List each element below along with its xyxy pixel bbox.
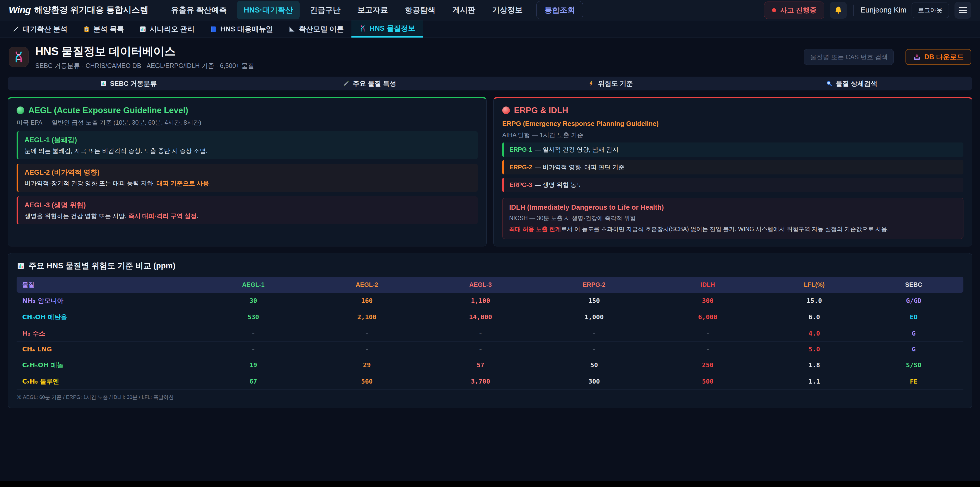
bell-icon — [834, 6, 843, 14]
tab-air-diffusion-analysis[interactable]: 대기확산 분석 — [5, 21, 75, 38]
cell-aegl2: - — [310, 325, 424, 342]
col-header-sebc: SEBC — [864, 277, 963, 293]
cell-sebc: ED — [864, 309, 963, 325]
table-title: 주요 HNS 물질별 위험도 기준 비교 (ppm) — [29, 260, 175, 271]
book-icon — [210, 26, 217, 33]
tab-hns-manual[interactable]: HNS 대응매뉴얼 — [202, 21, 281, 38]
hns-comparison-table: 물질 AEGL-1 AEGL-2 AEGL-3 ERPG-2 IDLH LFL(… — [17, 277, 963, 390]
aegl-1-title: AEGL-1 (불쾌감) — [24, 135, 472, 145]
notifications-button[interactable] — [830, 2, 847, 19]
erpg-2-label: ERPG-2 — [509, 164, 532, 171]
tab-label: 시나리오 관리 — [150, 24, 195, 34]
erpg-subtitle: AIHA 발행 — 1시간 노출 기준 — [502, 131, 963, 139]
table-header-row: 물질 AEGL-1 AEGL-2 AEGL-3 ERPG-2 IDLH LFL(… — [17, 277, 963, 293]
bar-chart-icon — [139, 26, 146, 33]
incident-status-badge: 사고 진행중 — [764, 2, 824, 19]
section-tab-detail-search[interactable]: 물질 상세검색 — [731, 77, 972, 90]
nav-item-weather-info[interactable]: 기상정보 — [485, 1, 529, 19]
cell-aegl1: 67 — [197, 374, 310, 390]
nav-item-hns-air-diffusion[interactable]: HNS·대기확산 — [237, 1, 300, 19]
cell-idlh: - — [651, 325, 765, 342]
col-header-lfl: LFL(%) — [765, 277, 864, 293]
cell-sebc: G — [864, 325, 963, 342]
cell-sebc: G — [864, 342, 963, 357]
cell-lfl: 1.1 — [765, 374, 864, 390]
criteria-panels: AEGL (Acute Exposure Guideline Level) 미국… — [8, 97, 972, 246]
cell-aegl3: 57 — [424, 357, 537, 374]
cell-substance: C₇H₈ 톨루엔 — [17, 374, 197, 390]
cell-aegl1: 30 — [197, 293, 310, 309]
tab-label: 확산모델 이론 — [299, 24, 344, 34]
nav-item-board[interactable]: 게시판 — [445, 1, 482, 19]
erpg-1-label: ERPG-1 — [509, 146, 532, 153]
nav-item-integrated-search[interactable]: 통합조회 — [536, 1, 583, 19]
tab-diffusion-model-theory[interactable]: 확산모델 이론 — [281, 21, 352, 38]
erpg-heading: ERPG (Emergency Response Planning Guidel… — [502, 120, 963, 128]
col-header-aegl1: AEGL-1 — [197, 277, 310, 293]
erpg-1-row: ERPG-1— 일시적 건강 영향, 냄새 감지 — [502, 142, 963, 157]
comparison-table-card: 주요 HNS 물질별 위험도 기준 비교 (ppm) 물질 AEGL-1 AEG… — [8, 253, 972, 408]
col-header-aegl2: AEGL-2 — [310, 277, 424, 293]
aegl-panel-title: AEGL (Acute Exposure Guideline Level) — [28, 105, 188, 115]
nav-item-aerial-search[interactable]: 항공탐색 — [398, 1, 442, 19]
bottom-strip — [0, 481, 980, 487]
cell-idlh: 500 — [651, 374, 765, 390]
cell-lfl: 4.0 — [765, 325, 864, 342]
cell-erpg2: - — [537, 325, 651, 342]
cell-idlh: 250 — [651, 357, 765, 374]
download-tray-icon — [913, 53, 921, 61]
tab-label: 분석 목록 — [94, 24, 124, 34]
table-row-toluene: C₇H₈ 톨루엔 67 560 3,700 300 500 1.1 FE — [17, 374, 963, 390]
db-download-label: DB 다운로드 — [924, 52, 964, 62]
col-header-substance: 물질 — [17, 277, 197, 293]
erpg-3-label: ERPG-3 — [509, 181, 532, 188]
idlh-title: IDLH (Immediately Dangerous to Life or H… — [509, 204, 956, 211]
tab-hns-substance-info[interactable]: HNS 물질정보 — [352, 21, 423, 38]
sub-tab-bar: 대기확산 분석 분석 목록 시나리오 관리 HNS 대응매뉴얼 확산모델 — [0, 21, 980, 38]
bar-chart-icon — [17, 262, 25, 270]
section-tab-bar: SEBC 거동분류 주요 물질 특성 위험도 기준 물질 상세검색 — [8, 77, 972, 90]
tab-analysis-list[interactable]: 분석 목록 — [75, 21, 132, 38]
brand-home-link[interactable]: Wing 해양환경 위기대응 통합시스템 — [9, 4, 148, 16]
aegl-3-title: AEGL-3 (생명 위협) — [24, 200, 472, 210]
cell-aegl3: - — [424, 342, 537, 357]
menu-button[interactable] — [955, 2, 971, 19]
cell-aegl2: 560 — [310, 374, 424, 390]
table-row-lng: CH₄ LNG - - - - - 5.0 G — [17, 342, 963, 357]
table-row-ammonia: NH₃ 암모니아 30 160 1,100 150 300 15.0 G/GD — [17, 293, 963, 309]
tab-label: 대기확산 분석 — [23, 24, 68, 34]
wing-logo: Wing — [9, 5, 30, 16]
cell-aegl2: - — [310, 342, 424, 357]
cell-substance: CH₄ LNG — [17, 342, 197, 357]
cell-lfl: 5.0 — [765, 342, 864, 357]
nav-item-oil-diffusion[interactable]: 유출유 확산예측 — [164, 1, 233, 19]
aegl-1-item: AEGL-1 (불쾌감) 눈에 띄는 불쾌감, 자극 또는 비감각적 증상. 노… — [17, 131, 478, 159]
section-tab-risk-criteria[interactable]: 위험도 기준 — [490, 77, 731, 90]
section-tab-label: 물질 상세검색 — [836, 79, 877, 88]
logout-button[interactable]: 로그아웃 — [912, 3, 949, 18]
table-row-hydrogen: H₂ 수소 - - - - - 4.0 G — [17, 325, 963, 342]
nav-item-emergency-rescue[interactable]: 긴급구난 — [303, 1, 347, 19]
aegl-panel-subtitle: 미국 EPA — 일반인 급성 노출 기준 (10분, 30분, 60분, 4시… — [17, 118, 478, 127]
cell-aegl2: 29 — [310, 357, 424, 374]
hamburger-icon — [959, 7, 967, 13]
section-tab-sebc[interactable]: SEBC 거동분류 — [8, 77, 249, 90]
col-header-erpg2: ERPG-2 — [537, 277, 651, 293]
lightning-icon — [588, 80, 595, 87]
substance-search-input[interactable] — [804, 49, 894, 65]
db-download-button[interactable]: DB 다운로드 — [905, 49, 972, 65]
divider — [853, 5, 854, 16]
cell-aegl2: 2,100 — [310, 309, 424, 325]
tab-scenario-management[interactable]: 시나리오 관리 — [132, 21, 202, 38]
cell-sebc: G/GD — [864, 293, 963, 309]
cell-aegl3: 14,000 — [424, 309, 537, 325]
cell-erpg2: 1,000 — [537, 309, 651, 325]
table-row-phenol: C₆H₅OH 페놀 19 29 57 50 250 1.8 S/SD — [17, 357, 963, 374]
page-title: HNS 물질정보 데이터베이스 — [35, 44, 254, 59]
cell-idlh: 300 — [651, 293, 765, 309]
page-header: HNS 물질정보 데이터베이스 SEBC 거동분류 · CHRIS/CAMEO … — [0, 38, 980, 76]
nav-item-reports[interactable]: 보고자료 — [351, 1, 395, 19]
main-nav: 유출유 확산예측 HNS·대기확산 긴급구난 보고자료 항공탐색 게시판 기상정… — [164, 1, 583, 19]
section-tab-properties[interactable]: 주요 물질 특성 — [249, 77, 490, 90]
tab-label: HNS 물질정보 — [369, 24, 415, 33]
